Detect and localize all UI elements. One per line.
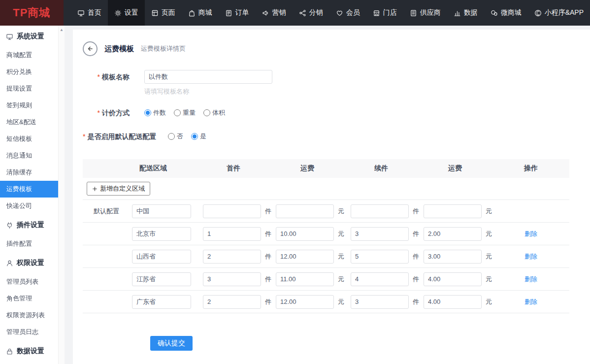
first-fee-input[interactable] [276, 204, 334, 218]
first-count-input[interactable] [203, 272, 261, 286]
delete-link[interactable]: 删除 [524, 298, 537, 306]
nav-item-gear[interactable]: 设置 [108, 0, 145, 26]
unit-currency-label: 元 [486, 252, 492, 261]
sidebar-item[interactable]: 短信模板 [0, 131, 58, 147]
radio-option-pricing-2[interactable]: 体积 [203, 108, 225, 117]
next-count-input[interactable] [351, 227, 409, 241]
next-fee-input[interactable] [424, 272, 482, 286]
sidebar-group-plug[interactable]: 插件设置 [0, 214, 58, 235]
table-row: 件 元 件 元 删除 [83, 268, 569, 291]
sidebar-item[interactable]: 积分兑换 [0, 64, 58, 80]
first-fee-input[interactable] [276, 272, 334, 286]
radio-option-pricing-0[interactable]: 件数 [144, 108, 166, 117]
nav-item-data[interactable]: 数据 [447, 0, 484, 26]
nav-item-miniapp[interactable]: 小程序&APP [528, 0, 590, 26]
next-fee-input[interactable] [424, 250, 482, 264]
radio-input[interactable] [174, 109, 181, 116]
next-count-input[interactable] [351, 250, 409, 264]
delete-link[interactable]: 删除 [524, 230, 537, 238]
sidebar-group-user[interactable]: 权限设置 [0, 252, 58, 273]
nav-item-store[interactable]: 门店 [366, 0, 403, 26]
sidebar-item[interactable]: 快递公司 [0, 198, 58, 214]
page-header: 运费模板 运费模板详情页 [83, 41, 580, 56]
region-input[interactable] [132, 204, 191, 218]
template-name-input[interactable] [144, 70, 272, 84]
sidebar-item[interactable]: 签到规则 [0, 97, 58, 114]
sidebar: 系统设置 商城配置积分兑换提现设置签到规则地区&配送短信模板消息通知清除缓存运费… [0, 26, 58, 364]
first-count-input[interactable] [203, 295, 261, 309]
pricing-method-row: *计价方式 件数 重量 体积 [83, 106, 580, 120]
unit-currency-label: 元 [486, 207, 492, 216]
required-mark: * [98, 109, 100, 117]
next-fee-input[interactable] [424, 227, 482, 241]
sidebar-scrollbar[interactable]: ▲ [58, 26, 65, 364]
sidebar-item[interactable]: 管理员列表 [0, 273, 58, 290]
region-input[interactable] [132, 295, 191, 309]
first-count-input[interactable] [203, 250, 261, 264]
radio-input[interactable] [191, 133, 198, 140]
nav-item-order[interactable]: 订单 [219, 0, 256, 26]
unit-currency-label: 元 [338, 298, 344, 306]
sidebar-item[interactable]: 权限资源列表 [0, 307, 58, 324]
region-input[interactable] [132, 272, 191, 286]
default-config-radio-group: 否 是 [168, 132, 206, 141]
sidebar-group-lock[interactable]: 数据设置 [0, 340, 58, 362]
default-config-row: *是否启用默认配送配置 否 是 [83, 130, 580, 143]
sidebar-item[interactable]: 商城配置 [0, 47, 58, 64]
next-count-input[interactable] [351, 295, 409, 309]
content-card: 运费模板 运费模板详情页 *模板名称 请填写模板名称 *计价方式 件数 重量 体… [73, 30, 590, 364]
sidebar-item[interactable]: 插件配置 [0, 235, 58, 252]
sidebar-item[interactable]: 地区&配送 [0, 114, 58, 131]
sidebar-item[interactable]: 运费模板 [0, 181, 58, 198]
add-region-row: 新增自定义区域 [83, 178, 569, 200]
col-header-next-fee: 运费 [418, 164, 492, 173]
sidebar-group-monitor[interactable]: 系统设置 [0, 26, 58, 47]
submit-button[interactable]: 确认提交 [150, 336, 193, 351]
app-logo[interactable]: TP商城 [0, 0, 64, 26]
sidebar-item[interactable]: 消息通知 [0, 147, 58, 164]
radio-option-pricing-1[interactable]: 重量 [174, 108, 196, 117]
col-header-first-fee: 运费 [270, 164, 345, 173]
delete-link[interactable]: 删除 [524, 275, 537, 284]
sidebar-item[interactable]: 管理员日志 [0, 324, 58, 340]
nav-item-supplier[interactable]: 供应商 [403, 0, 447, 26]
radio-input[interactable] [203, 109, 210, 116]
next-fee-input[interactable] [424, 295, 482, 309]
nav-item-wechat[interactable]: 微商城 [484, 0, 528, 26]
next-count-input[interactable] [351, 272, 409, 286]
sidebar-item[interactable]: 清除缓存 [0, 164, 58, 181]
sidebar-item[interactable]: 角色管理 [0, 290, 58, 307]
radio-input[interactable] [144, 109, 151, 116]
region-input[interactable] [132, 227, 191, 241]
nav-item-member[interactable]: 会员 [329, 0, 366, 26]
add-region-button[interactable]: 新增自定义区域 [87, 182, 150, 196]
col-header-region: 配送区域 [83, 164, 197, 173]
nav-item-home[interactable]: 首页 [71, 0, 108, 26]
sidebar-item[interactable]: 数据备份 [0, 362, 58, 364]
radio-option-defaultcfg-0[interactable]: 否 [168, 132, 183, 141]
delete-link[interactable]: 删除 [524, 252, 537, 261]
lock-icon [6, 348, 13, 355]
nav-item-page[interactable]: 页面 [145, 0, 182, 26]
first-count-input[interactable] [203, 204, 261, 218]
sidebar-item[interactable]: 提现设置 [0, 80, 58, 97]
nav-item-marketing[interactable]: 营销 [256, 0, 293, 26]
region-input[interactable] [132, 250, 191, 264]
next-fee-input[interactable] [424, 204, 482, 218]
first-fee-input[interactable] [276, 227, 334, 241]
radio-option-defaultcfg-1[interactable]: 是 [191, 132, 206, 141]
template-name-label: *模板名称 [83, 70, 130, 84]
mall-icon [188, 9, 196, 17]
nav-item-mall[interactable]: 商城 [182, 0, 219, 26]
scroll-up-icon[interactable]: ▲ [59, 26, 65, 32]
order-icon [225, 9, 232, 17]
first-count-input[interactable] [203, 227, 261, 241]
nav-item-share[interactable]: 分销 [293, 0, 329, 26]
first-fee-input[interactable] [276, 295, 334, 309]
back-button[interactable] [83, 41, 98, 56]
back-arrow-icon [86, 45, 94, 53]
template-name-hint: 请填写模板名称 [144, 87, 272, 96]
radio-input[interactable] [168, 133, 175, 140]
first-fee-input[interactable] [276, 250, 334, 264]
next-count-input[interactable] [351, 204, 409, 218]
